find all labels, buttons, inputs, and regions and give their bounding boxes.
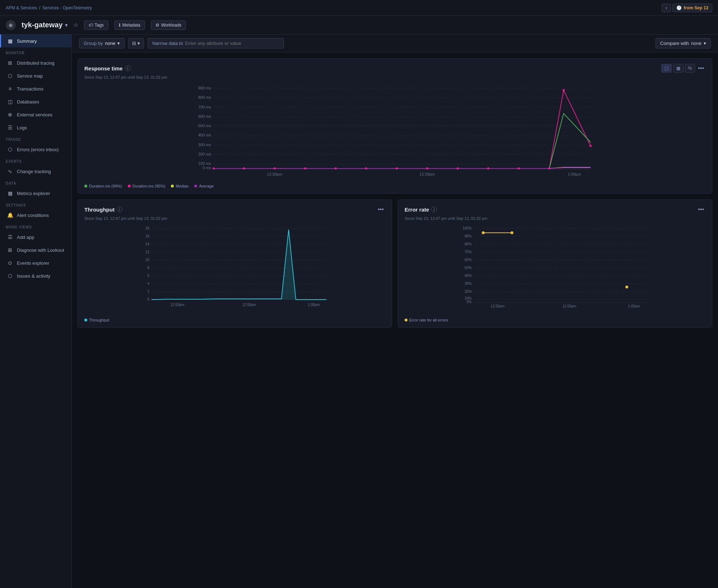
chevron-down-icon: ▾	[117, 41, 120, 46]
time-from-label: from Sep 13	[684, 5, 708, 10]
star-icon[interactable]: ☆	[73, 22, 78, 28]
transactions-icon: ≡	[7, 86, 13, 92]
response-time-more-button[interactable]: •••	[696, 64, 705, 73]
sidebar-section-settings: SETTINGS	[0, 200, 71, 209]
app-title[interactable]: tyk-gateway ▾	[22, 21, 67, 29]
breadcrumb-apm[interactable]: APM & Services	[6, 5, 37, 10]
compare-with-dropdown[interactable]: Compare with none ▾	[656, 38, 711, 48]
svg-point-29	[487, 167, 489, 170]
svg-text:6: 6	[147, 274, 149, 278]
svg-text:300 ms: 300 ms	[198, 143, 211, 147]
sidebar-section-triage: TRIAGE	[0, 134, 71, 143]
issues-activity-icon: ⬡	[7, 273, 13, 279]
compare-label: Compare with	[660, 41, 689, 46]
sidebar-item-metrics-explorer[interactable]: ▦ Metrics explorer	[0, 187, 71, 200]
prev-time-button[interactable]: ‹	[662, 4, 671, 12]
svg-point-84	[482, 231, 485, 234]
add-app-icon: ☰	[7, 234, 13, 240]
legend-item-throughput: Throughput	[84, 318, 109, 322]
svg-text:100 ms: 100 ms	[198, 161, 211, 166]
svg-text:600 ms: 600 ms	[198, 114, 211, 119]
svg-point-22	[274, 167, 276, 170]
sidebar-item-diagnose-lookout[interactable]: ⊞ Diagnose with Lookout	[0, 244, 71, 256]
sidebar-item-alert-conditions[interactable]: 🔔 Alert conditions	[0, 209, 71, 222]
time-from-button[interactable]: 🕐 from Sep 13	[672, 4, 712, 12]
sidebar-item-issues-activity[interactable]: ⬡ Issues & activity	[0, 269, 71, 282]
sidebar-item-change-tracking[interactable]: ∿ Change tracking	[0, 165, 71, 178]
narrow-data-input[interactable]: Narrow data to	[148, 38, 284, 48]
breadcrumb-services[interactable]: Services - OpenTelemetry	[42, 5, 92, 10]
narrow-text-field[interactable]	[185, 41, 280, 46]
app-name: tyk-gateway	[22, 21, 63, 29]
group-by-dropdown[interactable]: Group by none ▾	[79, 38, 125, 48]
throughput-more-button[interactable]: •••	[376, 205, 385, 214]
error-rate-subtitle: Since Sep 13, 12:47 pm until Sep 13, 01:…	[398, 216, 712, 224]
sidebar-item-databases[interactable]: ◫ Databases	[0, 95, 71, 108]
sidebar-item-errors-inbox[interactable]: ⬡ Errors (errors inbox)	[0, 143, 71, 156]
error-rate-header: Error rate i •••	[398, 200, 712, 216]
svg-text:1:00pm: 1:00pm	[568, 172, 581, 176]
response-time-info-icon[interactable]: i	[125, 65, 131, 71]
chart-type-percent-button[interactable]: %	[685, 64, 695, 73]
svg-text:700 ms: 700 ms	[198, 105, 211, 109]
sidebar-item-label: External services	[17, 112, 52, 117]
response-time-title: Response time i	[84, 65, 131, 71]
sidebar-item-service-map[interactable]: ⬡ Service map	[0, 69, 71, 82]
svg-text:900 ms: 900 ms	[198, 86, 211, 90]
chevron-down-icon: ▾	[65, 22, 67, 28]
throughput-header: Throughput i •••	[78, 200, 392, 216]
logs-icon: ☰	[7, 125, 13, 130]
toolbar: Group by none ▾ ⊟ ▾ Narrow data to Compa…	[72, 34, 718, 52]
external-services-icon: ⊕	[7, 112, 13, 117]
sidebar-item-summary[interactable]: ▦ Summary	[0, 34, 71, 47]
svg-text:100%: 100%	[462, 226, 472, 230]
response-time-chart: 900 ms 800 ms 700 ms 600 ms 500 ms 400 m…	[78, 83, 712, 181]
sidebar-item-external-services[interactable]: ⊕ External services	[0, 108, 71, 121]
error-rate-info-icon[interactable]: i	[431, 207, 437, 212]
response-time-actions: ⬚ ▦ % •••	[661, 64, 705, 73]
sidebar-item-label: Diagnose with Lookout	[17, 247, 64, 253]
svg-text:500 ms: 500 ms	[198, 124, 211, 128]
svg-point-86	[625, 286, 628, 288]
app-header: ⊕ tyk-gateway ▾ ☆ 🏷 Tags ℹ Metadata ⚙ Wo…	[0, 16, 718, 34]
svg-text:12: 12	[145, 250, 150, 254]
svg-point-24	[335, 167, 337, 170]
chevron-down-icon: ▾	[704, 41, 706, 46]
svg-text:12:50pm: 12:50pm	[491, 304, 505, 308]
filter-button[interactable]: ⊟ ▾	[128, 38, 144, 48]
summary-icon: ▦	[7, 38, 13, 44]
globe-icon: ⊕	[6, 20, 16, 30]
svg-text:50%: 50%	[465, 266, 472, 270]
metadata-button[interactable]: ℹ Metadata	[114, 20, 145, 30]
error-rate-more-button[interactable]: •••	[696, 205, 705, 214]
svg-text:1:00pm: 1:00pm	[308, 303, 320, 307]
chart-type-area-button[interactable]: ⬚	[661, 64, 672, 73]
svg-text:400 ms: 400 ms	[198, 133, 211, 137]
sidebar-item-logs[interactable]: ☰ Logs	[0, 121, 71, 134]
sidebar-item-transactions[interactable]: ≡ Transactions	[0, 82, 71, 95]
svg-text:12:55pm: 12:55pm	[563, 304, 577, 308]
chart-type-bar-button[interactable]: ▦	[673, 64, 684, 73]
sidebar-item-distributed-tracing[interactable]: ⊞ Distributed tracing	[0, 56, 71, 69]
events-explorer-icon: ⊙	[7, 260, 13, 266]
workloads-button[interactable]: ⚙ Workloads	[151, 20, 186, 30]
svg-point-26	[396, 167, 398, 170]
svg-point-25	[365, 167, 367, 170]
filter-icon: ⊟	[132, 41, 136, 46]
tags-button[interactable]: 🏷 Tags	[84, 20, 108, 30]
svg-text:0: 0	[147, 297, 149, 301]
throughput-title-group: Throughput i	[84, 207, 122, 213]
charts-row: Throughput i ••• Since Sep 13, 12:47 pm …	[78, 199, 712, 328]
svg-point-31	[548, 167, 550, 170]
svg-text:12:50pm: 12:50pm	[171, 303, 185, 307]
svg-point-28	[457, 167, 459, 170]
sidebar-item-add-app[interactable]: ☰ Add app	[0, 231, 71, 244]
svg-text:30%: 30%	[465, 282, 472, 286]
sidebar-item-label: Metrics explorer	[17, 191, 50, 196]
svg-text:200 ms: 200 ms	[198, 152, 211, 156]
throughput-info-icon[interactable]: i	[117, 207, 122, 212]
response-time-subtitle: Since Sep 13, 12:47 pm until Sep 13, 01:…	[78, 75, 712, 83]
svg-marker-57	[151, 230, 326, 300]
sidebar-item-events-explorer[interactable]: ⊙ Events explorer	[0, 256, 71, 269]
error-rate-title: Error rate i	[405, 207, 437, 213]
